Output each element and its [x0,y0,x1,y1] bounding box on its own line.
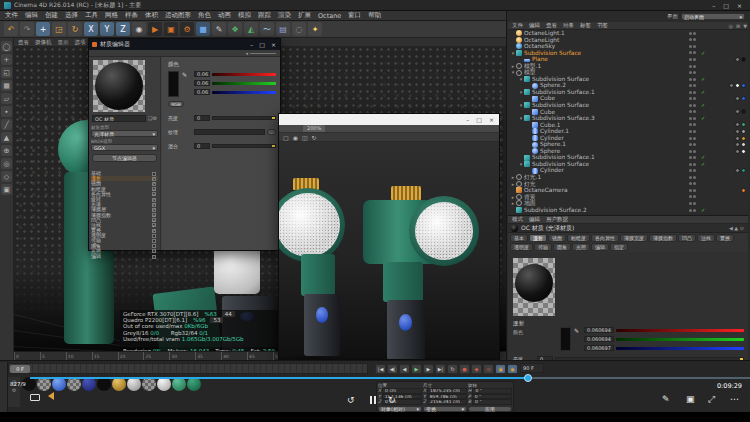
green-slider[interactable] [212,82,276,85]
material-thumb[interactable] [67,377,81,391]
attr-color-swatch[interactable] [560,327,571,351]
gear-icon[interactable]: ⚙ [12,387,16,393]
channel-checkbox[interactable]: ✓ [152,187,156,191]
video-progress-bar[interactable] [30,377,750,379]
channel-checkbox[interactable] [152,172,156,176]
menu-item[interactable]: 运动图形 [165,11,191,20]
om-menu-item[interactable]: 对象 [563,22,574,29]
menu-item[interactable]: 工具 [85,11,98,20]
visibility-dots[interactable] [689,209,696,212]
menu-item[interactable]: 窗口 [348,11,361,20]
channel-checkbox[interactable]: ✓ [152,229,156,233]
attr-preview-sphere[interactable] [515,264,553,302]
visibility-dots[interactable] [689,45,696,48]
viewport-menu-item[interactable]: 显示 [58,39,69,46]
me-close-button[interactable]: × [271,41,276,48]
texture-field[interactable] [194,129,265,135]
material-channel[interactable]: 编辑 [91,254,158,259]
visibility-dots[interactable] [689,202,696,205]
channel-checkbox[interactable] [152,249,156,253]
video-pip-button[interactable]: ▣ [686,394,695,404]
layers-icon[interactable]: ❏⚙ [148,115,157,121]
om-menu-item[interactable]: 书签 [597,22,608,29]
left-edge-tab[interactable] [0,362,8,412]
menu-item[interactable]: 文件 [5,11,18,20]
material-thumb[interactable] [172,377,186,391]
object-tags[interactable] [735,136,746,141]
object-tags[interactable] [735,109,746,114]
gear-icon[interactable]: ⚙ [92,241,97,248]
channel-checkbox[interactable] [152,239,156,243]
viewport-menu-item[interactable]: 摄像机 [35,39,52,46]
channel-checkbox[interactable] [152,255,156,259]
menu-item[interactable]: 体积 [145,11,158,20]
timeline-powerslider[interactable]: 0 F [8,363,368,374]
object-tags[interactable] [729,83,746,88]
timeline-current-frame[interactable]: 0 F [10,365,30,373]
channel-checkbox[interactable] [152,234,156,238]
channel-checkbox[interactable]: ✓ [152,218,156,222]
speaker-icon[interactable] [44,392,54,400]
panel-icons[interactable]: ◀ ▲ ⊙ [729,225,748,231]
menu-item[interactable]: 动画 [218,11,231,20]
mix-slider[interactable] [212,144,276,148]
visibility-dots[interactable] [689,38,696,41]
visibility-dots[interactable] [689,58,696,61]
material-thumb[interactable] [187,377,201,391]
search-icon[interactable]: ◎ [729,23,733,29]
rot-b-field[interactable]: 0 ° [472,399,512,405]
scene-cube[interactable] [214,246,260,294]
menu-item[interactable]: 模拟 [238,11,251,20]
visibility-dots[interactable] [689,169,696,172]
channel-checkbox[interactable]: ✓ [152,223,156,227]
blue-value-field[interactable]: 0.061 [194,89,210,95]
filter-icon[interactable]: ⊞ [736,23,740,29]
object-tags[interactable] [735,149,746,154]
transform-dropdown[interactable]: 变换▾ [423,406,467,412]
object-row[interactable]: Subdivision Surface.2 ✓ [508,207,748,213]
color-picker-icon[interactable]: ✎ [574,327,579,334]
attribute-tab[interactable]: 漫射 [529,234,547,242]
attribute-tab[interactable]: 光照 [572,243,590,251]
attribute-tab[interactable]: 编辑 [591,243,609,251]
attr-red-slider[interactable] [616,329,744,332]
apply-button[interactable]: 应用 [468,406,512,412]
channel-checkbox[interactable]: ✓ [152,177,156,181]
object-tags[interactable] [735,57,746,62]
menu-item[interactable]: 跟踪 [258,11,271,20]
visibility-dots[interactable] [689,123,696,126]
menu-item[interactable]: 扩展 [298,11,311,20]
coord-mode-dropdown[interactable]: 对象(相对)▾ [378,406,422,412]
close-button[interactable]: × [737,2,742,9]
material-type-dropdown[interactable]: 光泽材质▾ [91,130,158,137]
video-forward-button[interactable]: ↻ [388,395,396,405]
visibility-dots[interactable] [689,91,696,94]
menu-item[interactable]: 网格 [105,11,118,20]
material-thumb[interactable] [127,377,141,391]
attr-green-slider[interactable] [616,338,744,341]
rv-minimize-button[interactable]: – [466,116,469,123]
om-menu-item[interactable]: 查看 [546,22,557,29]
channel-checkbox[interactable] [152,244,156,248]
am-menu-item[interactable]: 编辑 [529,216,540,223]
preview-size-slider[interactable]: ◂ [89,50,280,57]
rgb-mode-button[interactable]: RGB [168,101,184,107]
visibility-dots[interactable] [689,84,696,87]
visibility-dots[interactable] [689,71,696,74]
size-z-field[interactable]: 2156.241 cm [427,399,467,405]
brdf-dropdown[interactable]: GGX▾ [91,144,158,151]
attribute-tab[interactable]: 基本 [510,234,528,242]
channel-checkbox[interactable]: ✓ [152,208,156,212]
brightness-field[interactable]: 0 [194,115,210,121]
attribute-tab[interactable]: 传输 [534,243,552,251]
visibility-dots[interactable] [689,176,696,179]
red-value-field[interactable]: 0.061 [194,71,210,77]
visibility-dots[interactable] [689,104,696,107]
material-name-field[interactable]: OC 材质 [92,115,146,122]
channel-checkbox[interactable]: ✓ [152,203,156,207]
menu-item[interactable]: 角色 [198,11,211,20]
attribute-tab[interactable]: 圆角 [553,243,571,251]
material-thumb[interactable] [142,377,156,391]
attr-green-field[interactable]: 0.060694 [584,336,614,342]
visibility-dots[interactable] [689,130,696,133]
